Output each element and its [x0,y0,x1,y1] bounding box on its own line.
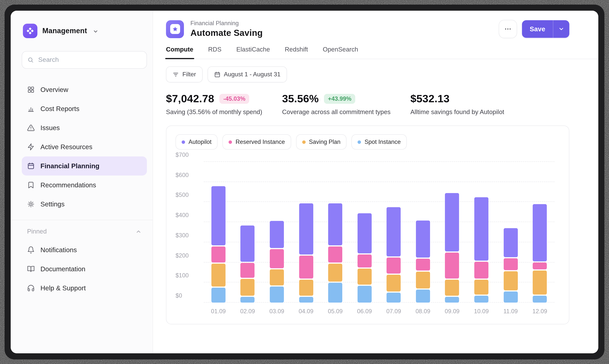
y-axis-tick: $200 [176,252,198,259]
y-axis-tick: $600 [176,171,198,178]
main-content: Financial Planning Automate Saving Save [153,11,598,353]
sidebar-item-overview[interactable]: Overview [22,80,147,99]
sidebar-nav: Overview Cost Reports Issues Active Reso… [22,80,147,214]
page-icon [166,20,184,38]
bar-segment-autopilot [357,213,372,253]
page-header: Financial Planning Automate Saving Save [166,20,569,38]
bar-column [438,162,467,303]
search-input[interactable] [37,56,141,64]
bar-stack-08-09 [416,221,430,303]
y-axis-tick: $300 [176,232,198,239]
bar-column [291,162,321,303]
search-box[interactable] [22,51,147,69]
y-axis-tick: $0 [176,292,198,299]
bar-segment-reserved-instance [474,262,488,279]
legend-dot [182,140,185,144]
more-button[interactable] [499,20,517,38]
bar-column [496,162,525,303]
stat-value: 35.56% [282,93,319,105]
legend-item-spot-instance[interactable]: Spot Instance [352,134,407,150]
bar-segment-spot-instance [241,297,255,303]
workspace-switcher[interactable]: Management [22,24,147,38]
tab-redshift[interactable]: Redshift [285,46,308,59]
y-axis-tick: $500 [176,192,198,199]
tab-bar: Compute RDS ElastiCache Redshift OpenSea… [166,46,598,59]
bar-segment-saving-plan [533,271,547,295]
bar-segment-saving-plan [299,280,313,296]
search-icon [27,56,34,63]
tab-rds[interactable]: RDS [208,46,221,59]
sidebar-item-settings[interactable]: Settings [22,195,147,214]
stat-value: $7,042.78 [166,93,214,105]
sidebar-item-financial-planning[interactable]: Financial Planning [22,156,147,176]
legend-dot [302,140,305,144]
bar-column [204,162,233,303]
pinned-section-toggle[interactable]: Pinned [22,228,147,235]
legend-item-saving-plan[interactable]: Saving Plan [296,134,347,150]
bar-segment-reserved-instance [357,255,372,267]
bell-icon [27,246,35,254]
sidebar-item-label: Financial Planning [40,162,99,170]
chart-legend: AutopilotReserved InstanceSaving PlanSpo… [176,134,560,150]
headphones-icon [27,284,35,292]
stat-coverage: 35.56% +43.99% Coverage across all commi… [282,93,390,116]
x-axis-label: 01.09 [204,308,233,315]
filter-icon [172,71,179,78]
sidebar-item-cost-reports[interactable]: Cost Reports [22,99,147,118]
bar-segment-saving-plan [328,264,342,282]
grid-icon [27,86,35,93]
y-axis-tick: $700 [176,152,198,158]
save-dropdown-button[interactable] [553,20,569,38]
bar-segment-saving-plan [211,264,225,286]
date-range-button[interactable]: August 1 - August 31 [207,66,287,82]
tab-compute[interactable]: Compute [166,46,193,59]
tab-opensearch[interactable]: OpenSearch [323,46,358,59]
bar-stack-06-09 [357,213,372,303]
calendar-icon [27,162,35,170]
legend-item-reserved-instance[interactable]: Reserved Instance [223,134,291,150]
y-axis-tick: $400 [176,212,198,219]
stat-caption: Saving (35.56% of monthly spend) [166,108,262,116]
save-split-button: Save [522,20,569,38]
tab-elasticache[interactable]: ElastiCache [236,46,270,59]
bar-segment-reserved-instance [211,247,225,262]
x-axis-label: 10.09 [467,308,496,315]
sidebar-item-label: Settings [40,200,65,208]
sidebar-item-notifications[interactable]: Notifications [22,240,147,260]
bar-stack-10-09 [474,197,488,303]
sidebar-item-label: Active Resources [40,143,92,151]
sidebar-item-active-resources[interactable]: Active Resources [22,137,147,156]
book-icon [27,265,35,273]
bar-segment-reserved-instance [270,249,284,268]
bar-segment-spot-instance [328,283,342,303]
pinned-label: Pinned [27,228,47,235]
sidebar-item-label: Notifications [40,246,77,254]
bar-segment-reserved-instance [241,263,255,278]
bar-segment-autopilot [445,193,459,251]
diamond-logo-icon [26,27,34,35]
bar-segment-autopilot [416,221,430,258]
sidebar-item-issues[interactable]: Issues [22,118,147,137]
sidebar-item-label: Help & Support [40,284,86,292]
sidebar-item-documentation[interactable]: Documentation [22,260,147,279]
filter-button[interactable]: Filter [166,66,202,82]
save-button[interactable]: Save [522,20,553,38]
star-icon [172,26,178,32]
sidebar-divider [11,220,153,220]
sidebar-item-label: Recommendations [40,181,96,189]
bar-segment-spot-instance [387,293,401,303]
legend-label: Saving Plan [309,139,340,145]
sidebar-item-recommendations[interactable]: Recommendations [22,176,147,195]
workspace-logo [23,24,37,38]
chevron-down-icon [93,29,98,34]
legend-item-autopilot[interactable]: Autopilot [176,134,218,150]
bar-segment-saving-plan [416,272,430,288]
bar-column [233,162,262,303]
bar-segment-spot-instance [445,297,459,303]
bar-segment-autopilot [299,203,313,255]
screen: Management Overview Cost Reports Is [0,0,609,364]
legend-label: Autopilot [189,139,212,145]
sidebar-item-help-support[interactable]: Help & Support [22,279,147,298]
bar-segment-spot-instance [357,286,372,303]
warning-triangle-icon [27,124,35,132]
